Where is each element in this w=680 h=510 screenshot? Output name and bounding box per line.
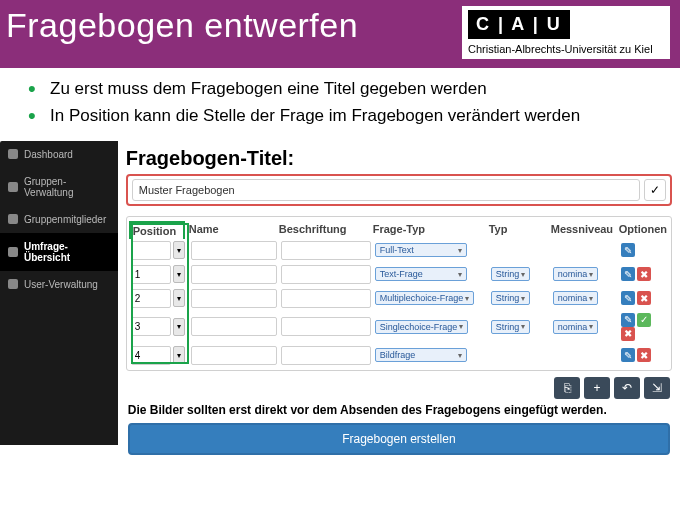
form-title-label: Fragebogen-Titel: — [126, 147, 672, 170]
sidebar-item-label: Umfrage-Übersicht — [24, 241, 110, 263]
fragetyp-select[interactable]: Text-Frage▾ — [375, 267, 467, 281]
chevron-down-icon: ▾ — [589, 294, 593, 303]
image-note: Die Bilder sollten erst direkt vor dem A… — [128, 403, 672, 417]
sidebar-item-mitglieder[interactable]: Gruppenmitglieder — [0, 206, 118, 233]
chevron-down-icon: ▾ — [521, 322, 525, 331]
option-red-icon[interactable]: ✖ — [637, 267, 651, 281]
cau-logo: C | A | U — [468, 10, 570, 39]
messniveau-select[interactable]: nomina▾ — [553, 320, 599, 334]
option-grn-icon[interactable]: ✓ — [637, 313, 651, 327]
page-title: Fragebogen entwerfen — [6, 0, 358, 47]
label-input[interactable] — [281, 241, 371, 260]
sidebar-item-user[interactable]: User-Verwaltung — [0, 271, 118, 298]
table-header: Position Name Beschriftung Frage-Typ Typ… — [131, 223, 667, 237]
fragetyp-select[interactable]: Singlechoice-Frage▾ — [375, 320, 469, 334]
typ-select[interactable]: String▾ — [491, 267, 531, 281]
bullet-item: Zu erst muss dem Fragebogen eine Titel g… — [50, 78, 656, 101]
col-messniveau: Messniveau — [551, 223, 615, 237]
copy-button[interactable]: ⎘ — [554, 377, 580, 399]
name-input[interactable] — [191, 317, 277, 336]
option-red-icon[interactable]: ✖ — [637, 291, 651, 305]
position-input[interactable] — [131, 289, 171, 308]
table-row: ▾Full-Text▾✎ — [131, 241, 667, 260]
chevron-down-icon: ▾ — [521, 270, 525, 279]
typ-select[interactable]: String▾ — [491, 291, 531, 305]
col-name: Name — [189, 223, 275, 237]
position-input[interactable] — [131, 241, 171, 260]
messniveau-select[interactable]: nomina▾ — [553, 291, 599, 305]
university-badge: C | A | U Christian-Albrechts-Universitä… — [462, 6, 670, 59]
user-icon — [8, 279, 18, 289]
label-input[interactable] — [281, 289, 371, 308]
users-icon — [8, 182, 18, 192]
table-row: ▾Bildfrage▾✎✖ — [131, 346, 667, 365]
option-blue-icon[interactable]: ✎ — [621, 291, 635, 305]
chevron-down-icon: ▾ — [458, 270, 462, 279]
fragetyp-select[interactable]: Multiplechoice-Frage▾ — [375, 291, 475, 305]
label-input[interactable] — [281, 317, 371, 336]
bullet-list: Zu erst muss dem Fragebogen eine Titel g… — [0, 68, 680, 140]
sidebar-item-label: User-Verwaltung — [24, 279, 98, 290]
option-red-icon[interactable]: ✖ — [637, 348, 651, 362]
option-red-icon[interactable]: ✖ — [621, 327, 635, 341]
confirm-title-button[interactable]: ✓ — [644, 179, 666, 201]
sidebar-item-gruppen[interactable]: Gruppen-Verwaltung — [0, 168, 118, 206]
questionnaire-title-input[interactable] — [132, 179, 640, 201]
fragetyp-select[interactable]: Bildfrage▾ — [375, 348, 467, 362]
option-blue-icon[interactable]: ✎ — [621, 313, 635, 327]
chevron-down-icon: ▾ — [589, 322, 593, 331]
undo-button[interactable]: ↶ — [614, 377, 640, 399]
university-name: Christian-Albrechts-Universität zu Kiel — [462, 41, 670, 59]
position-input[interactable] — [131, 265, 171, 284]
sidebar-item-label: Gruppen-Verwaltung — [24, 176, 110, 198]
users-icon — [8, 214, 18, 224]
list-icon — [8, 247, 18, 257]
add-button[interactable]: + — [584, 377, 610, 399]
chevron-down-icon: ▾ — [521, 294, 525, 303]
main-panel: Fragebogen-Titel: ✓ Position Name Beschr… — [118, 141, 680, 445]
table-row: ▾Multiplechoice-Frage▾String▾nomina▾✎✖ — [131, 289, 667, 308]
position-stepper[interactable]: ▾ — [173, 265, 185, 283]
position-stepper[interactable]: ▾ — [173, 241, 185, 259]
label-input[interactable] — [281, 265, 371, 284]
chevron-down-icon: ▾ — [458, 246, 462, 255]
position-stepper[interactable]: ▾ — [173, 318, 185, 336]
table-action-row: ⎘ + ↶ ⇲ — [126, 377, 670, 399]
option-blue-icon[interactable]: ✎ — [621, 348, 635, 362]
position-stepper[interactable]: ▾ — [173, 346, 185, 364]
export-button[interactable]: ⇲ — [644, 377, 670, 399]
position-input[interactable] — [131, 346, 171, 365]
col-position: Position — [129, 221, 185, 239]
create-questionnaire-button[interactable]: Fragebogen erstellen — [128, 423, 670, 455]
position-input[interactable] — [131, 317, 171, 336]
fragetyp-select[interactable]: Full-Text▾ — [375, 243, 467, 257]
typ-select[interactable]: String▾ — [491, 320, 531, 334]
col-fragetyp: Frage-Typ — [373, 223, 485, 237]
table-row: ▾Text-Frage▾String▾nomina▾✎✖ — [131, 265, 667, 284]
chevron-down-icon: ▾ — [459, 322, 463, 331]
sidebar-item-umfrage[interactable]: Umfrage-Übersicht — [0, 233, 118, 271]
questions-table: Position Name Beschriftung Frage-Typ Typ… — [126, 216, 672, 371]
chevron-down-icon: ▾ — [589, 270, 593, 279]
name-input[interactable] — [191, 289, 277, 308]
title-input-row: ✓ — [126, 174, 672, 206]
chevron-down-icon: ▾ — [465, 294, 469, 303]
name-input[interactable] — [191, 241, 277, 260]
name-input[interactable] — [191, 265, 277, 284]
col-typ: Typ — [489, 223, 547, 237]
sidebar: Dashboard Gruppen-Verwaltung Gruppenmitg… — [0, 141, 118, 445]
sidebar-item-label: Gruppenmitglieder — [24, 214, 106, 225]
app-screenshot: Dashboard Gruppen-Verwaltung Gruppenmitg… — [0, 140, 680, 445]
chevron-down-icon: ▾ — [458, 351, 462, 360]
sidebar-item-dashboard[interactable]: Dashboard — [0, 141, 118, 168]
col-optionen: Optionen — [619, 223, 667, 237]
gauge-icon — [8, 149, 18, 159]
position-stepper[interactable]: ▾ — [173, 289, 185, 307]
option-blue-icon[interactable]: ✎ — [621, 267, 635, 281]
sidebar-item-label: Dashboard — [24, 149, 73, 160]
label-input[interactable] — [281, 346, 371, 365]
option-blue-icon[interactable]: ✎ — [621, 243, 635, 257]
bullet-item: In Position kann die Stelle der Frage im… — [50, 105, 656, 128]
name-input[interactable] — [191, 346, 277, 365]
messniveau-select[interactable]: nomina▾ — [553, 267, 599, 281]
